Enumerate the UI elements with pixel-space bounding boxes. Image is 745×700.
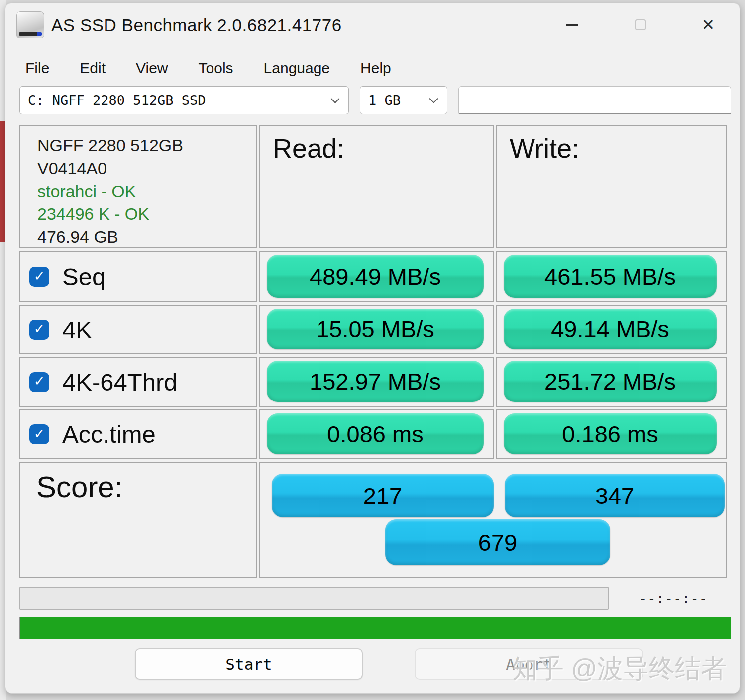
drive-info-panel: NGFF 2280 512GB V0414A0 storahci - OK 23…: [19, 125, 257, 248]
menu-view[interactable]: View: [136, 60, 168, 77]
test-size-select[interactable]: 1 GB: [360, 86, 447, 114]
test-row-4k: ✓ 4K: [19, 305, 257, 354]
4k-label: 4K: [62, 316, 92, 344]
4k-read-value: 15.05 MB/s: [267, 309, 484, 349]
4k-write-value: 49.14 MB/s: [504, 309, 717, 349]
acctime-checkbox[interactable]: ✓: [29, 424, 49, 444]
test-size-select-value: 1 GB: [368, 93, 401, 108]
menu-bar: File Edit View Tools Language Help: [5, 54, 740, 82]
close-icon: ✕: [702, 17, 715, 33]
score-total-value: 679: [385, 519, 610, 565]
ssd-drive-icon: [16, 11, 44, 38]
overall-progress-bar: [19, 617, 731, 639]
test-row-4k64thrd: ✓ 4K-64Thrd: [19, 357, 257, 407]
menu-help[interactable]: Help: [360, 60, 391, 77]
4k64thrd-write-cell: 251.72 MB/s: [496, 357, 727, 407]
read-column-header: Read:: [259, 125, 494, 248]
4k-checkbox[interactable]: ✓: [29, 320, 49, 340]
app-window: AS SSD Benchmark 2.0.6821.41776 ✕ File E…: [5, 3, 740, 694]
chevron-down-icon: [330, 94, 339, 103]
acctime-write-value: 0.186 ms: [504, 413, 717, 454]
seq-write-value: 461.55 MB/s: [504, 255, 717, 298]
menu-edit[interactable]: Edit: [80, 60, 106, 77]
seq-read-value: 489.49 MB/s: [267, 255, 484, 298]
4k64thrd-write-value: 251.72 MB/s: [504, 361, 717, 402]
score-read-value: 217: [272, 474, 494, 517]
drive-select-value: C: NGFF 2280 512GB SSD: [28, 93, 206, 108]
drive-select[interactable]: C: NGFF 2280 512GB SSD: [19, 86, 349, 114]
write-column-header: Write:: [496, 125, 727, 248]
score-write-value: 347: [505, 474, 725, 517]
maximize-button[interactable]: [625, 10, 656, 39]
4k64thrd-checkbox[interactable]: ✓: [29, 372, 49, 392]
test-progress-bar: [19, 587, 609, 610]
check-icon: ✓: [34, 375, 45, 388]
drive-driver-status: storahci - OK: [37, 180, 256, 202]
maximize-icon: [635, 19, 646, 30]
score-panel: 217 347 679: [259, 462, 727, 578]
seq-checkbox[interactable]: ✓: [29, 267, 49, 287]
time-remaining: --:--:--: [634, 591, 713, 606]
test-row-seq: ✓ Seq: [19, 251, 257, 302]
4k64thrd-read-cell: 152.97 MB/s: [259, 357, 494, 407]
4k64thrd-label: 4K-64Thrd: [62, 368, 178, 396]
check-icon: ✓: [34, 427, 45, 441]
drive-model: NGFF 2280 512GB: [37, 134, 256, 157]
check-icon: ✓: [34, 322, 45, 336]
minimize-button[interactable]: [556, 10, 588, 39]
4k64thrd-read-value: 152.97 MB/s: [267, 361, 484, 402]
seq-label: Seq: [62, 263, 106, 291]
4k-write-cell: 49.14 MB/s: [496, 305, 727, 354]
score-label: Score:: [19, 462, 257, 578]
drive-alignment-status: 234496 K - OK: [37, 202, 256, 225]
4k-read-cell: 15.05 MB/s: [259, 305, 494, 354]
chevron-down-icon: [429, 94, 438, 103]
menu-tools[interactable]: Tools: [199, 60, 233, 77]
menu-language[interactable]: Language: [264, 60, 330, 77]
menu-file[interactable]: File: [25, 60, 49, 77]
window-title: AS SSD Benchmark 2.0.6821.41776: [51, 15, 342, 35]
drive-capacity: 476.94 GB: [37, 225, 256, 248]
title-bar: AS SSD Benchmark 2.0.6821.41776 ✕: [5, 3, 740, 49]
check-icon: ✓: [34, 270, 45, 283]
seq-write-cell: 461.55 MB/s: [496, 251, 727, 302]
start-button[interactable]: Start: [135, 648, 363, 680]
seq-read-cell: 489.49 MB/s: [259, 251, 494, 302]
result-textbox[interactable]: [458, 86, 731, 114]
close-button[interactable]: ✕: [692, 10, 724, 39]
minimize-icon: [566, 24, 578, 26]
acctime-label: Acc.time: [62, 420, 156, 448]
test-row-acctime: ✓ Acc.time: [19, 409, 257, 459]
acctime-read-value: 0.086 ms: [267, 413, 484, 454]
drive-firmware: V0414A0: [37, 157, 256, 180]
acctime-read-cell: 0.086 ms: [259, 409, 494, 459]
acctime-write-cell: 0.186 ms: [496, 409, 727, 459]
zhihu-watermark: 知乎 @波导终结者: [512, 651, 727, 686]
